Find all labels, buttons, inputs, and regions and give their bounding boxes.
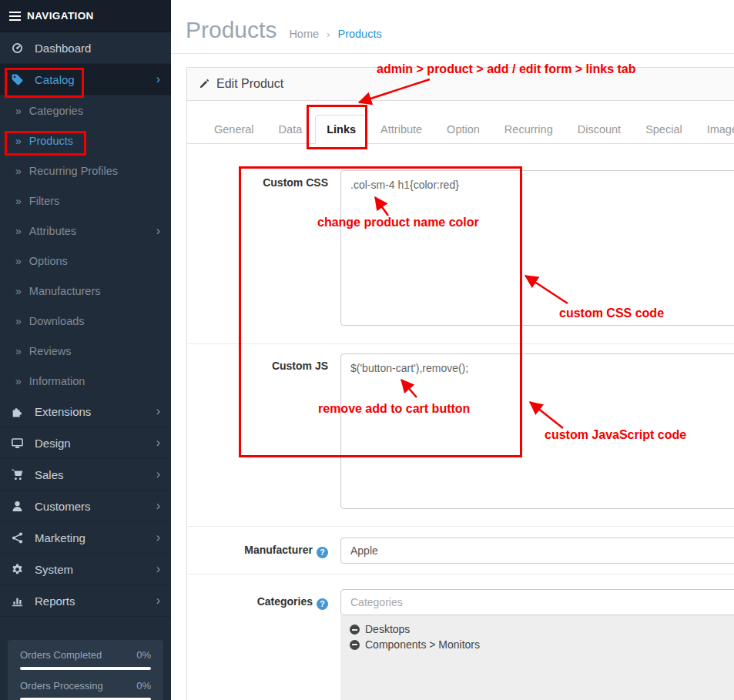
sidebar-item-label: Sales [35,468,156,481]
double-angle-icon: » [15,255,22,267]
custom-js-textarea[interactable]: $('button-cart'),remove(); [340,353,734,509]
sidebar-item-marketing[interactable]: Marketing › [0,522,171,554]
sidebar-item-filters[interactable]: » Filters [0,186,171,216]
hamburger-menu-icon [9,12,21,21]
double-angle-icon: » [15,165,22,177]
sidebar-item-label: Downloads [29,315,160,327]
sidebar-item-label: Attributes [29,225,156,237]
puzzle-icon [11,405,25,418]
sidebar-item-label: Information [29,375,160,387]
sidebar-item-label: Marketing [35,531,156,544]
manufacturer-input[interactable] [340,538,734,564]
sidebar-item-system[interactable]: System › [0,554,171,585]
breadcrumb: Home › Products [289,28,381,40]
chevron-right-icon: › [156,531,160,544]
sidebar-item-dashboard[interactable]: Dashboard [0,32,171,64]
sidebar-item-customers[interactable]: Customers › [0,491,171,522]
tab-links[interactable]: Links [315,115,367,144]
categories-search-input[interactable] [340,589,734,615]
sidebar-item-label: Filters [29,195,160,207]
custom-js-group: Custom JS $('button-cart'),remove(); [187,344,734,527]
navigation-header[interactable]: NAVIGATION [0,0,171,32]
shopping-cart-icon [11,468,25,481]
sidebar-item-options[interactable]: » Options [0,246,171,276]
sidebar-item-manufacturers[interactable]: » Manufacturers [0,276,171,306]
tab-data[interactable]: Data [267,115,314,144]
chevron-right-icon: › [156,562,160,576]
panel-heading: Edit Product [187,68,734,101]
sidebar-item-reports[interactable]: Reports › [0,585,171,617]
tab-attribute[interactable]: Attribute [369,115,434,144]
help-icon[interactable]: ? [317,598,328,610]
stat-label: Orders Processing [20,680,103,692]
tab-image[interactable]: Image [695,115,734,144]
sidebar-item-attributes[interactable]: » Attributes › [0,216,171,246]
selected-category-item: Desktops [350,622,734,638]
remove-category-icon[interactable] [350,640,360,650]
chevron-right-icon: › [156,467,160,481]
stat-value: 0% [136,680,151,692]
double-angle-icon: » [15,195,22,207]
sidebar-item-label: System [35,563,156,576]
chevron-right-icon: › [156,72,160,86]
orders-stats-panel: Orders Completed 0% Orders Processing 0% [8,640,163,700]
sidebar-item-extensions[interactable]: Extensions › [0,396,171,427]
panel-title: Edit Product [216,77,283,91]
breadcrumb-separator-icon: › [327,28,330,40]
categories-group: Categories? Desktops Components > Monito… [187,574,734,700]
orders-completed-stat: Orders Completed 0% [20,649,151,670]
double-angle-icon: » [15,285,22,297]
tab-special[interactable]: Special [634,115,694,144]
sidebar-item-label: Reports [35,594,156,608]
product-tabs: General Data Links Attribute Option Recu… [187,115,734,144]
sidebar-item-design[interactable]: Design › [0,427,171,459]
tab-recurring[interactable]: Recurring [493,115,565,144]
sidebar-item-label: Recurring Profiles [29,165,160,177]
pencil-icon [199,79,209,89]
category-name: Desktops [365,622,410,638]
user-icon [11,500,25,513]
gear-icon [11,563,25,576]
sidebar-menu: Dashboard Catalog › » Categories » Produ… [0,32,171,617]
stat-value: 0% [136,649,151,661]
double-angle-icon: » [15,135,22,147]
double-angle-icon: » [15,375,22,387]
page-header: Products Home › Products [171,0,734,54]
tab-option[interactable]: Option [435,115,491,144]
custom-css-textarea[interactable]: .col-sm-4 h1{color:red} [340,170,734,326]
sidebar-item-label: Manufacturers [29,285,160,297]
remove-category-icon[interactable] [350,625,360,635]
sidebar-item-products[interactable]: » Products [0,126,171,156]
double-angle-icon: » [15,315,22,327]
sidebar-item-categories[interactable]: » Categories [0,95,171,126]
bar-chart-icon [11,594,25,608]
progress-bar [20,667,151,670]
sidebar-item-recurring-profiles[interactable]: » Recurring Profiles [0,156,171,186]
sidebar-item-sales[interactable]: Sales › [0,459,171,491]
sidebar-item-information[interactable]: » Information [0,366,171,396]
custom-css-group: Custom CSS .col-sm-4 h1{color:red} [187,144,734,344]
chevron-right-icon: › [156,436,160,450]
help-icon[interactable]: ? [317,547,328,558]
selected-categories-well: Desktops Components > Monitors [340,615,734,700]
breadcrumb-current-link[interactable]: Products [337,28,381,40]
orders-processing-stat: Orders Processing 0% [20,680,151,700]
stat-label: Orders Completed [20,649,102,661]
navigation-title: NAVIGATION [27,10,94,22]
page-title: Products [186,18,277,42]
categories-label: Categories? [203,589,328,700]
double-angle-icon: » [15,225,22,237]
sidebar-item-catalog[interactable]: Catalog › [0,64,171,95]
custom-js-label: Custom JS [203,353,328,512]
breadcrumb-home-link[interactable]: Home [289,28,319,40]
sidebar-item-downloads[interactable]: » Downloads [0,306,171,336]
share-icon [11,531,25,544]
sidebar-item-reviews[interactable]: » Reviews [0,336,171,366]
sidebar-item-label: Reviews [29,345,160,357]
tab-discount[interactable]: Discount [566,115,632,144]
chevron-right-icon: › [156,404,160,418]
category-name: Components > Monitors [365,638,480,653]
panel-body: General Data Links Attribute Option Recu… [187,101,734,700]
tab-general[interactable]: General [203,115,266,144]
sidebar-item-label: Design [35,437,156,450]
